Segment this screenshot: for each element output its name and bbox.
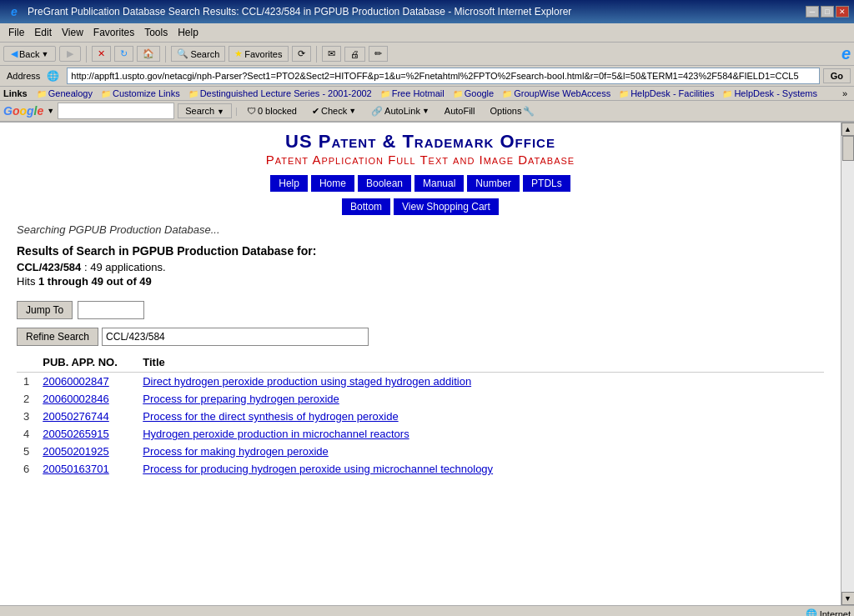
search-label: Search [190,49,219,59]
table-row: 6 20050163701 Process for producing hydr… [17,460,824,478]
link-icon: 📁 [37,89,47,98]
row-number: 3 [17,408,36,425]
link-helpdesk-systems[interactable]: 📁 HelpDesk - Systems [720,88,820,99]
google-toolbar-sep-1: | [235,106,238,116]
autolink-dropdown-icon: ▼ [422,107,430,115]
scroll-thumb[interactable] [842,136,854,161]
menu-file[interactable]: File [3,25,29,40]
link-hotmail[interactable]: 📁 Free Hotmail [378,88,447,99]
appno-link[interactable]: 20050163701 [43,463,109,475]
title-link[interactable]: Hydrogen peroxide production in microcha… [143,428,409,440]
link-lecture[interactable]: 📁 Destinguished Lecture Series - 2001-20… [186,88,374,99]
google-check-button[interactable]: ✔ Check ▼ [306,103,362,119]
ie-watermark: e [841,44,851,63]
appno-link[interactable]: 20050276744 [43,410,109,423]
print-icon: 🖨 [350,49,359,59]
link-helpdesk-facilities[interactable]: 📁 HelpDesk - Facilities [616,88,716,99]
toolbar: ◀ Back ▼ ▶ ✕ ↻ 🏠 🔍 Search ★ Favorites ⟳ … [0,43,854,66]
stop-button[interactable]: ✕ [92,46,111,62]
back-dropdown-icon[interactable]: ▼ [41,50,48,58]
boolean-button[interactable]: Boolean [358,175,411,192]
menu-view[interactable]: View [57,25,88,40]
manual-button[interactable]: Manual [414,175,464,192]
row-appno: 20050276744 [36,408,136,425]
scroll-up-button[interactable]: ▲ [841,123,855,136]
edit-button[interactable]: ✏ [369,46,388,62]
refresh-button[interactable]: ↻ [114,46,133,62]
title-link[interactable]: Process for preparing hydrogen peroxide [143,393,339,405]
appno-link[interactable]: 20060002846 [43,393,109,405]
google-blocked-button[interactable]: 🛡 0 blocked [241,103,303,118]
link-customize[interactable]: 📁 Customize Links [98,88,183,99]
mail-button[interactable]: ✉ [322,46,341,62]
row-title: Process for making hydrogen peroxide [136,443,824,460]
home-nav-button[interactable]: Home [311,175,354,192]
google-autofill-button[interactable]: AutoFill [439,103,481,118]
google-options-button[interactable]: Options 🔧 [485,103,541,119]
appno-link[interactable]: 20050201925 [43,445,109,458]
home-button[interactable]: 🏠 [137,46,160,62]
page-icon-symbol: 🌐 [47,70,59,82]
blocked-label: 0 blocked [258,106,297,116]
jump-to-button[interactable]: Jump To [17,301,73,319]
go-button[interactable]: Go [823,68,851,83]
refine-search-button[interactable]: Refine Search [17,328,98,346]
maximize-button[interactable]: □ [821,6,834,18]
google-logo: Google [3,104,43,118]
zone-icon: 🌐 [806,608,817,616]
forward-button[interactable]: ▶ [59,46,81,62]
nav-buttons: Help Home Boolean Manual Number PTDLs [17,175,824,192]
bottom-button[interactable]: Bottom [342,198,390,215]
appno-link[interactable]: 20050265915 [43,428,109,440]
link-icon-4: 📁 [380,89,390,98]
address-label: Address [3,69,43,83]
patent-header: US Patent & Trademark Office Patent Appl… [17,131,824,167]
results-header: Results of Search in PGPUB Production Da… [17,244,824,258]
favorites-button[interactable]: ★ Favorites [229,46,288,62]
scroll-track[interactable] [841,136,855,592]
history-button[interactable]: ⟳ [292,46,311,62]
title-link[interactable]: Process for making hydrogen peroxide [143,445,329,458]
scroll-down-button[interactable]: ▼ [841,592,855,605]
table-row: 5 20050201925 Process for making hydroge… [17,443,824,460]
title-link[interactable]: Process for the direct synthesis of hydr… [143,410,398,423]
google-search-button[interactable]: Search ▼ [178,103,232,118]
content-area: US Patent & Trademark Office Patent Appl… [0,123,841,605]
appno-link[interactable]: 20060002847 [43,375,109,388]
search-button[interactable]: 🔍 Search [171,46,225,62]
title-link[interactable]: Direct hydrogen peroxide production usin… [143,375,471,388]
view-shopping-cart-button[interactable]: View Shopping Cart [394,198,499,215]
menu-favorites[interactable]: Favorites [88,25,139,40]
menu-tools[interactable]: Tools [139,25,173,40]
jump-section: Jump To [17,301,824,319]
minimize-button[interactable]: ─ [806,6,819,18]
close-button[interactable]: ✕ [836,6,849,18]
google-dropdown-icon[interactable]: ▼ [47,107,54,115]
help-button[interactable]: Help [270,175,308,192]
google-search-dropdown-icon: ▼ [217,108,224,116]
google-search-input[interactable] [58,103,174,119]
back-button[interactable]: ◀ Back ▼ [3,46,56,62]
refine-search-input[interactable] [102,328,369,346]
number-button[interactable]: Number [467,175,520,192]
ptdls-button[interactable]: PTDLs [523,175,570,192]
menu-help[interactable]: Help [173,25,203,40]
link-google[interactable]: 📁 Google [450,88,496,99]
address-input[interactable] [67,68,819,84]
google-autolink-button[interactable]: 🔗 AutoLink ▼ [365,103,435,119]
autolink-label: AutoLink [384,106,420,116]
row-title: Process for the direct synthesis of hydr… [136,408,824,425]
links-expand-button[interactable]: » [839,88,851,99]
status-zone: 🌐 Internet [806,608,851,616]
link-groupwise[interactable]: 📁 GroupWise WebAccess [500,88,613,99]
link-genealogy[interactable]: 📁 Genealogy [34,88,95,99]
row-title: Hydrogen peroxide production in microcha… [136,425,824,443]
row-appno: 20060002846 [36,390,136,408]
print-button[interactable]: 🖨 [344,47,365,62]
scrollbar: ▲ ▼ [841,123,854,605]
row-title: Process for producing hydrogen peroxide … [136,460,824,478]
row-appno: 20060002847 [36,373,136,391]
menu-edit[interactable]: Edit [29,25,57,40]
jump-to-input[interactable] [78,301,144,319]
title-link[interactable]: Process for producing hydrogen peroxide … [143,463,493,475]
